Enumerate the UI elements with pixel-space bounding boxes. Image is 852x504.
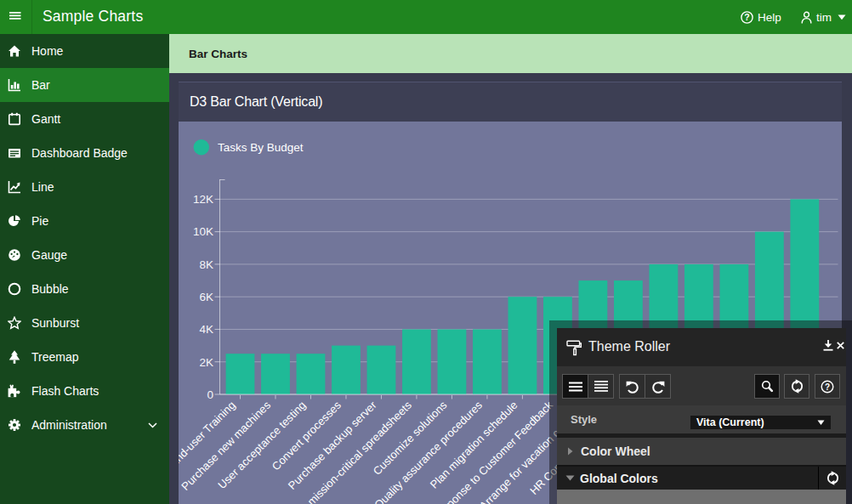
svg-text:2K: 2K (199, 356, 213, 369)
svg-text:?: ? (825, 382, 830, 391)
svg-text:Tasks By Budget: Tasks By Budget (218, 141, 304, 154)
svg-text:10K: 10K (193, 225, 213, 238)
svg-text:6K: 6K (199, 291, 213, 303)
svg-text:12K: 12K (193, 193, 213, 206)
svg-text:?: ? (744, 12, 749, 22)
svg-text:8K: 8K (199, 258, 213, 271)
svg-text:4K: 4K (199, 323, 213, 336)
svg-text:0: 0 (207, 388, 213, 401)
